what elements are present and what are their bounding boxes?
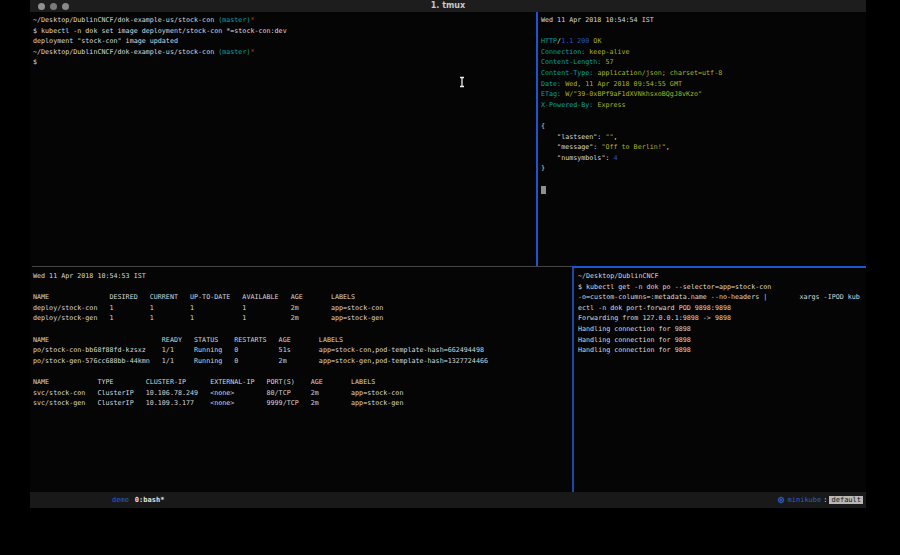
terminal-line: "lastseen": "", <box>541 132 866 143</box>
status-bar-right: minikube : default <box>777 496 863 504</box>
pane-top-left-shell[interactable]: ~/Desktop/DublinCNCF/dok-example-us/stoc… <box>30 12 536 266</box>
terminal-line <box>541 174 866 185</box>
pane-top-right-http-response[interactable]: Wed 11 Apr 2018 10:54:54 ISTHTTP/1.1 200… <box>538 12 866 266</box>
terminal-line <box>33 324 572 335</box>
terminal-line: svc/stock-gen ClusterIP 10.109.3.177 <no… <box>33 398 572 409</box>
terminal-line: ~/Desktop/DublinCNCF <box>578 271 866 282</box>
terminal-line: $ kubectl get -n dok po --selector=app=s… <box>578 282 866 293</box>
terminal-line: po/stock-con-bb68f88fd-kzsxz 1/1 Running… <box>33 345 572 356</box>
pane-divider-horizontal-left[interactable] <box>32 266 572 267</box>
terminal-line: "message": "Off to Berlin!", <box>541 142 866 153</box>
pane-bottom-left-kubectl-tables[interactable]: Wed 11 Apr 2018 10:54:53 ISTNAME DESIRED… <box>30 268 572 492</box>
terminal-line: } <box>541 163 866 174</box>
text-cursor-pointer-icon <box>458 76 466 88</box>
terminal-line: ~/Desktop/DublinCNCF/dok-example-us/stoc… <box>33 47 536 58</box>
terminal-line: po/stock-gen-576cc688bb-44kmn 1/1 Runnin… <box>33 356 572 367</box>
terminal-line <box>33 282 572 293</box>
terminal-line: svc/stock-con ClusterIP 10.106.78.249 <n… <box>33 388 572 399</box>
terminal-line: Handling connection for 9898 <box>578 324 866 335</box>
terminal-line: Connection: keep-alive <box>541 47 866 58</box>
terminal-line: deploy/stock-con 1 1 1 1 2m app=stock-co… <box>33 303 572 314</box>
pane-bottom-right-port-forward[interactable]: ~/Desktop/DublinCNCF$ kubectl get -n dok… <box>575 268 866 492</box>
terminal-line <box>541 26 866 37</box>
terminal-line: ~/Desktop/DublinCNCF/dok-example-us/stoc… <box>33 15 536 26</box>
pane-divider-vertical-bottom[interactable] <box>572 268 574 492</box>
terminal-line: { <box>541 121 866 132</box>
terminal-line: Content-Type: application/json; charset=… <box>541 68 866 79</box>
terminal-line: Date: Wed, 11 Apr 2018 09:54:55 GMT <box>541 79 866 90</box>
terminal-line: -o=custom-columns=:metadata.name --no-he… <box>578 292 866 303</box>
terminal-line: HTTP/1.1 200 OK <box>541 36 866 47</box>
terminal-line: deploy/stock-gen 1 1 1 1 2m app=stock-ge… <box>33 313 572 324</box>
terminal-line: Handling connection for 9898 <box>578 335 866 346</box>
terminal-line <box>541 185 866 196</box>
terminal-line: Handling connection for 9898 <box>578 345 866 356</box>
tmux-session-area: ~/Desktop/DublinCNCF/dok-example-us/stoc… <box>30 12 866 492</box>
terminal-line: NAME TYPE CLUSTER-IP EXTERNAL-IP PORT(S)… <box>33 377 572 388</box>
desktop-background: 1. tmux ~/Desktop/DublinCNCF/dok-example… <box>0 0 900 555</box>
terminal-line: Wed 11 Apr 2018 10:54:54 IST <box>541 15 866 26</box>
terminal-line: deployment "stock-con" image updated <box>33 36 536 47</box>
terminal-line: ETag: W/"39-0xBPf9aF1dXVNkhsxoBQgJ8vKzo" <box>541 89 866 100</box>
terminal-line: ectl -n dok port-forward POD 9898:9898 <box>578 303 866 314</box>
kube-context-label: minikube <box>788 496 822 504</box>
status-bar-left: demo 0:bash* <box>112 496 164 504</box>
tmux-session-name: demo <box>112 496 129 504</box>
tmux-status-bar: demo 0:bash* minikube : default <box>30 492 866 508</box>
terminal-line: Wed 11 Apr 2018 10:54:53 IST <box>33 271 572 282</box>
kube-separator: : <box>823 496 827 504</box>
kubernetes-helm-icon <box>777 496 785 504</box>
terminal-line: NAME READY STATUS RESTARTS AGE LABELS <box>33 335 572 346</box>
window-titlebar[interactable]: 1. tmux <box>30 0 866 12</box>
terminal-line: "numsymbols": 4 <box>541 153 866 164</box>
window-title: 1. tmux <box>30 1 866 10</box>
terminal-line: Content-Length: 57 <box>541 57 866 68</box>
terminal-line: $ kubectl -n dok set image deployment/st… <box>33 26 536 37</box>
terminal-line: $ <box>33 57 536 68</box>
terminal-line: Forwarding from 127.0.0.1:9898 -> 9898 <box>578 313 866 324</box>
terminal-line: NAME DESIRED CURRENT UP-TO-DATE AVAILABL… <box>33 292 572 303</box>
terminal-line: X-Powered-By: Express <box>541 100 866 111</box>
terminal-line <box>33 366 572 377</box>
terminal-line <box>541 110 866 121</box>
terminal-window: 1. tmux ~/Desktop/DublinCNCF/dok-example… <box>30 0 866 508</box>
kube-namespace-badge: default <box>829 496 863 504</box>
tmux-window-item[interactable]: 0:bash* <box>135 496 165 504</box>
